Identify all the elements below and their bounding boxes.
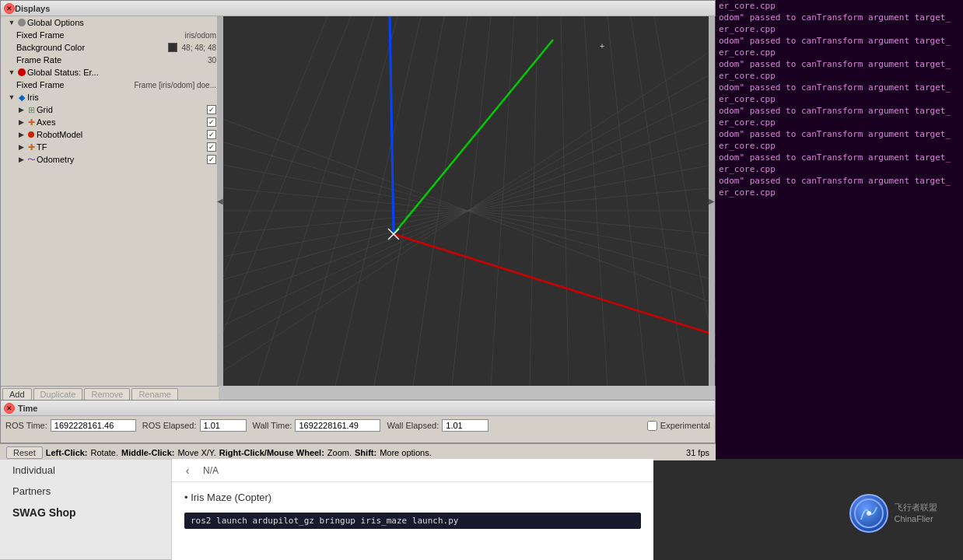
expand-arrow-tf: ▶ (16, 142, 26, 152)
fixed-frame-row[interactable]: Fixed Frame iris/odom (1, 29, 218, 41)
bg-color-row[interactable]: Background Color 48; 48; 48 (1, 41, 218, 54)
robotmodel-row[interactable]: ▶ RobotModel (1, 128, 218, 141)
logo-area: 飞行者联盟 ChinaFlier (831, 482, 955, 544)
robotmodel-checkbox[interactable] (207, 130, 216, 139)
sidebar-item-individual[interactable]: Individual (0, 460, 171, 481)
bottom-nav-panel: D Individual Partners SWAG Shop (0, 459, 171, 560)
global-status-icon (16, 67, 27, 78)
iris-maze-item[interactable]: • Iris Maze (Copter) (184, 488, 641, 506)
terminal-line: er_core.cpp (716, 0, 963, 12)
expand-arrow-iris: ▼ (7, 93, 16, 102)
frame-rate-row[interactable]: Frame Rate 30 (1, 54, 218, 66)
nav-placeholder: N/A (197, 465, 225, 476)
time-close-button[interactable]: ✕ (4, 403, 15, 414)
wall-time-group: Wall Time: (253, 419, 381, 432)
experimental-group: Experimental (647, 421, 710, 431)
terminal-line: odom" passed to canTransform argument ta… (716, 152, 963, 163)
odometry-row[interactable]: ▶ 〜 Odometry (1, 153, 218, 166)
svg-point-35 (867, 511, 871, 516)
global-options-icon (16, 17, 27, 28)
iris-label: Iris (27, 93, 216, 102)
ros-time-label: ROS Time: (5, 421, 47, 430)
iris-icon: ◆ (16, 92, 27, 103)
global-status-row[interactable]: ▼ Global Status: Er... (1, 66, 218, 79)
terminal-line: er_core.cpp (716, 163, 963, 175)
wall-elapsed-group: Wall Elapsed: (387, 419, 489, 432)
duplicate-button[interactable]: Duplicate (33, 388, 83, 401)
global-status-sub-label: Fixed Frame (16, 80, 131, 89)
expand-arrow-grid: ▶ (16, 105, 26, 114)
nav-arrow-left[interactable]: ‹ (178, 461, 197, 480)
add-button[interactable]: Add (2, 388, 32, 401)
center-bottom-panel: ‹ N/A • Iris Maze (Copter) ros2 launch a… (171, 459, 653, 560)
global-status-sub-value: Frame [iris/odom] doe... (134, 81, 216, 89)
iris-row[interactable]: ▼ ◆ Iris (1, 91, 218, 103)
terminal-line: er_core.cpp (716, 23, 963, 35)
logo-circle (849, 494, 888, 533)
remove-button[interactable]: Remove (84, 388, 130, 401)
time-panel: ✕ Time ROS Time: ROS Elapsed: Wall Time:… (0, 400, 716, 443)
shift-label: Shift: (355, 448, 376, 457)
axes-icon: ✚ (26, 117, 37, 128)
middle-click-action: Move X/Y. (177, 448, 215, 457)
center-bottom-header: ‹ N/A (172, 459, 653, 482)
experimental-checkbox[interactable] (647, 421, 657, 431)
global-status-label: Global Status: Er... (27, 68, 216, 77)
expand-arrow-robotmodel: ▶ (16, 130, 26, 139)
time-title: Time (18, 404, 37, 413)
odometry-checkbox[interactable] (207, 155, 216, 164)
terminal-line: er_core.cpp (716, 93, 963, 105)
displays-buttons: Add Duplicate Remove Rename (1, 386, 219, 401)
rename-button[interactable]: Rename (131, 388, 178, 401)
sidebar-item-swag-shop[interactable]: SWAG Shop (0, 502, 171, 523)
viewport-3d[interactable]: + (219, 16, 716, 386)
tf-icon: ✚ (26, 142, 37, 152)
rviz-window: ✕ Displays ▼ Global Options Fixed Frame … (0, 0, 716, 451)
close-button[interactable]: ✕ (4, 3, 15, 14)
terminal-line: er_core.cpp (716, 187, 963, 198)
tf-row[interactable]: ▶ ✚ TF (1, 141, 218, 153)
shift-action: More options. (380, 448, 432, 457)
terminal-line: odom" passed to canTransform argument ta… (716, 128, 963, 140)
ros-time-input[interactable] (51, 419, 136, 432)
terminal-line: odom" passed to canTransform argument ta… (716, 35, 963, 47)
grid-svg: + (219, 16, 716, 386)
command-box: ros2 launch ardupilot_gz bringup iris_ma… (184, 513, 641, 529)
left-click-action: Rotate. (91, 448, 118, 457)
robotmodel-icon (26, 129, 37, 140)
fixed-frame-label: Fixed Frame (16, 30, 181, 40)
axes-checkbox[interactable] (207, 117, 216, 127)
grid-checkbox[interactable] (207, 105, 216, 114)
right-click-action: Zoom. (327, 448, 352, 457)
axes-row[interactable]: ▶ ✚ Axes (1, 116, 218, 128)
grid-row[interactable]: ▶ ⊞ Grid (1, 103, 218, 116)
global-status-sub-row[interactable]: Fixed Frame Frame [iris/odom] doe... (1, 79, 218, 91)
rviz-title: Displays (15, 4, 712, 13)
reset-button[interactable]: Reset (6, 446, 43, 459)
terminal-line: er_core.cpp (716, 47, 963, 58)
fps-display: 31 fps (686, 448, 709, 457)
tf-checkbox[interactable] (207, 142, 216, 152)
sidebar-item-partners[interactable]: Partners (0, 481, 171, 502)
odometry-label: Odometry (37, 155, 207, 164)
middle-click-label: Middle-Click: (121, 448, 174, 457)
terminal-line: odom" passed to canTransform argument ta… (716, 175, 963, 187)
time-titlebar: ✕ Time (1, 401, 715, 416)
wall-time-input[interactable] (295, 419, 380, 432)
ros-elapsed-input[interactable] (200, 419, 247, 432)
wall-elapsed-input[interactable] (442, 419, 489, 432)
terminal-line: er_core.cpp (716, 140, 963, 152)
fixed-frame-value: iris/odom (184, 31, 216, 40)
collapse-handle-left[interactable]: ◀ (217, 16, 223, 386)
global-options-row[interactable]: ▼ Global Options (1, 16, 218, 29)
terminal-line: odom" passed to canTransform argument ta… (716, 82, 963, 93)
experimental-label: Experimental (660, 421, 710, 430)
wall-elapsed-label: Wall Elapsed: (387, 421, 439, 430)
expand-arrow-global: ▼ (7, 18, 16, 27)
expand-arrow-axes: ▶ (16, 117, 26, 127)
global-options-label: Global Options (27, 18, 216, 27)
time-content: ROS Time: ROS Elapsed: Wall Time: Wall E… (1, 416, 715, 435)
collapse-handle-right[interactable]: ▶ (709, 16, 715, 386)
center-bottom-body: • Iris Maze (Copter) ros2 launch ardupil… (172, 482, 653, 535)
bg-color-label: Background Color (16, 43, 168, 52)
